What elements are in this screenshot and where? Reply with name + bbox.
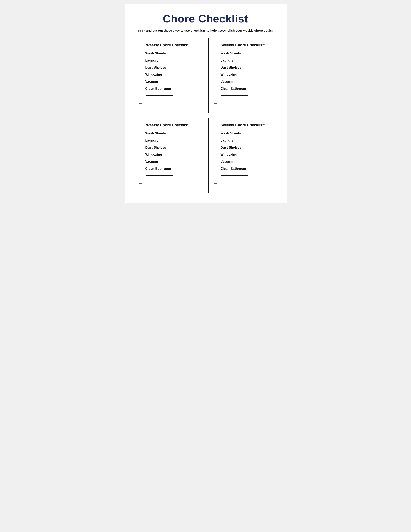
- checkbox[interactable]: [214, 80, 217, 83]
- item-label: Laundry: [221, 59, 234, 62]
- item-label: Vacuum: [221, 160, 233, 163]
- checkbox[interactable]: [139, 80, 142, 83]
- item-label: Vacuum: [145, 160, 158, 163]
- blank-item[interactable]: [214, 174, 272, 177]
- blank-line: [146, 175, 173, 176]
- item-label: Wash Sheets: [145, 52, 166, 55]
- blank-item[interactable]: [139, 180, 197, 184]
- blank-line: [221, 102, 248, 103]
- item-label: Wash Sheets: [221, 52, 241, 55]
- list-item[interactable]: Wash Sheets: [214, 52, 272, 55]
- checkbox[interactable]: [139, 180, 142, 184]
- checkbox[interactable]: [139, 174, 142, 177]
- checkbox[interactable]: [214, 160, 217, 163]
- checklist-card-4: Weekly Chore Checklist: Wash Sheets Laun…: [208, 118, 278, 193]
- blank-line: [221, 95, 248, 96]
- item-label: Windexing: [145, 73, 162, 76]
- list-item[interactable]: Windexing: [214, 153, 272, 156]
- blank-line: [146, 182, 173, 182]
- checkbox[interactable]: [139, 73, 142, 76]
- list-item[interactable]: Laundry: [214, 59, 272, 62]
- checklist-items-1: Wash Sheets Laundry Dust Shelves Windexi…: [139, 52, 197, 104]
- checkbox[interactable]: [214, 132, 217, 135]
- list-item[interactable]: Windexing: [214, 73, 272, 76]
- item-label: Dust Shelves: [145, 66, 166, 69]
- subtitle: Print and cut out these easy to use chec…: [133, 29, 278, 32]
- checkbox[interactable]: [139, 160, 142, 163]
- list-item[interactable]: Vacuum: [139, 160, 197, 163]
- list-item[interactable]: Dust Shelves: [139, 66, 197, 69]
- checklist-items-3: Wash Sheets Laundry Dust Shelves Windexi…: [139, 132, 197, 184]
- checkbox[interactable]: [214, 174, 217, 177]
- list-item[interactable]: Vacuum: [214, 160, 272, 163]
- checkbox[interactable]: [214, 180, 217, 184]
- list-item[interactable]: Clean Bathroom: [214, 167, 272, 171]
- blank-item[interactable]: [139, 94, 197, 97]
- item-label: Windexing: [221, 73, 237, 76]
- list-item[interactable]: Laundry: [139, 139, 197, 142]
- checkbox[interactable]: [139, 146, 142, 149]
- checkbox[interactable]: [214, 146, 217, 149]
- list-item[interactable]: Windexing: [139, 153, 197, 156]
- checkbox[interactable]: [214, 101, 217, 104]
- checkbox[interactable]: [139, 167, 142, 171]
- checklist-title-2: Weekly Chore Checklist:: [214, 43, 272, 48]
- list-item[interactable]: Vacuum: [214, 80, 272, 84]
- checkbox[interactable]: [214, 59, 217, 62]
- blank-item[interactable]: [139, 101, 197, 104]
- item-label: Clean Bathroom: [145, 87, 171, 91]
- list-item[interactable]: Vacuum: [139, 80, 197, 84]
- list-item[interactable]: Clean Bathroom: [214, 87, 272, 91]
- blank-item[interactable]: [139, 174, 197, 177]
- item-label: Laundry: [145, 139, 159, 142]
- blank-line: [221, 175, 248, 176]
- checkbox[interactable]: [214, 94, 217, 97]
- checklist-items-2: Wash Sheets Laundry Dust Shelves Windexi…: [214, 52, 272, 104]
- checkbox[interactable]: [214, 73, 217, 76]
- checklist-card-2: Weekly Chore Checklist: Wash Sheets Laun…: [208, 38, 278, 113]
- list-item[interactable]: Wash Sheets: [139, 52, 197, 55]
- item-label: Dust Shelves: [221, 66, 241, 69]
- checkbox[interactable]: [214, 139, 217, 142]
- blank-item[interactable]: [214, 94, 272, 97]
- list-item[interactable]: Clean Bathroom: [139, 87, 197, 91]
- list-item[interactable]: Laundry: [214, 139, 272, 142]
- checkbox[interactable]: [214, 66, 217, 69]
- item-label: Dust Shelves: [221, 146, 241, 149]
- item-label: Wash Sheets: [145, 132, 166, 135]
- checkbox[interactable]: [139, 153, 142, 156]
- checkbox[interactable]: [139, 59, 142, 62]
- checkbox[interactable]: [214, 167, 217, 171]
- checklist-card-1: Weekly Chore Checklist: Wash Sheets Laun…: [133, 38, 203, 113]
- item-label: Vacuum: [221, 80, 233, 84]
- checkbox[interactable]: [139, 87, 142, 90]
- list-item[interactable]: Dust Shelves: [139, 146, 197, 149]
- list-item[interactable]: Laundry: [139, 59, 197, 62]
- checkbox[interactable]: [139, 101, 142, 104]
- item-label: Clean Bathroom: [145, 167, 171, 171]
- blank-item[interactable]: [214, 101, 272, 104]
- blank-line: [221, 182, 248, 182]
- checkbox[interactable]: [139, 94, 142, 97]
- checkbox[interactable]: [139, 132, 142, 135]
- list-item[interactable]: Windexing: [139, 73, 197, 76]
- item-label: Vacuum: [145, 80, 158, 84]
- checkbox[interactable]: [214, 153, 217, 156]
- blank-item[interactable]: [214, 180, 272, 184]
- checklist-items-4: Wash Sheets Laundry Dust Shelves Windexi…: [214, 132, 272, 184]
- item-label: Wash Sheets: [221, 132, 241, 135]
- checkbox[interactable]: [139, 139, 142, 142]
- list-item[interactable]: Wash Sheets: [139, 132, 197, 135]
- checkbox[interactable]: [214, 52, 217, 55]
- list-item[interactable]: Wash Sheets: [214, 132, 272, 135]
- item-label: Clean Bathroom: [221, 87, 246, 91]
- list-item[interactable]: Dust Shelves: [214, 66, 272, 69]
- checkbox[interactable]: [139, 52, 142, 55]
- list-item[interactable]: Dust Shelves: [214, 146, 272, 149]
- checkbox[interactable]: [214, 87, 217, 90]
- list-item[interactable]: Clean Bathroom: [139, 167, 197, 171]
- checkbox[interactable]: [139, 66, 142, 69]
- item-label: Windexing: [221, 153, 237, 156]
- item-label: Dust Shelves: [145, 146, 166, 149]
- blank-line: [146, 102, 173, 103]
